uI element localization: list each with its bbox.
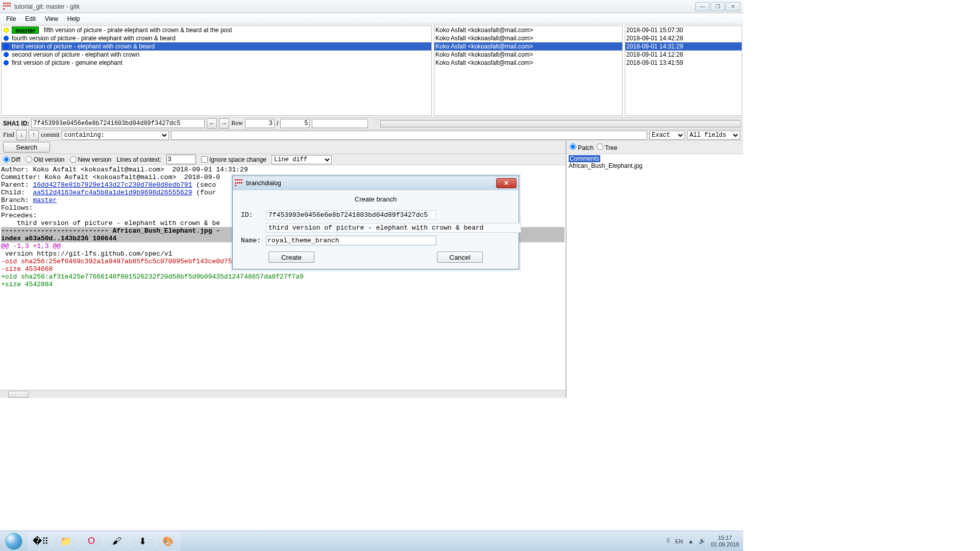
commit-row[interactable]: master fifth version of picture - pirate… xyxy=(2,26,431,34)
ignore-space-checkbox[interactable] xyxy=(201,156,208,163)
newv-radio[interactable] xyxy=(70,156,77,163)
commit-node-icon xyxy=(4,60,9,65)
find-label: Find xyxy=(3,131,14,139)
diff-h-scrollbar[interactable] xyxy=(0,390,566,398)
nav-back-button[interactable]: ← xyxy=(207,118,217,129)
branch-dialog: branchdialog ✕ Create branch ID: 7f45399… xyxy=(232,176,519,269)
patch-radio[interactable] xyxy=(570,143,576,150)
close-button[interactable]: ✕ xyxy=(726,2,740,11)
commit-node-icon xyxy=(4,44,9,49)
menu-help[interactable]: Help xyxy=(63,14,84,23)
commit-author[interactable]: Koko Asfalt <kokoasfalt@mail.com> xyxy=(434,59,622,67)
maximize-button[interactable]: ❐ xyxy=(710,2,725,11)
commit-author[interactable]: Koko Asfalt <kokoasfalt@mail.com> xyxy=(434,42,622,51)
find-next-button[interactable]: ↓ xyxy=(16,130,27,140)
diff-radio[interactable] xyxy=(3,156,10,163)
dialog-close-button[interactable]: ✕ xyxy=(496,178,517,188)
row-sep: / xyxy=(277,120,278,127)
opt-patch[interactable]: Patch xyxy=(570,143,594,152)
goto-input[interactable] xyxy=(312,119,368,128)
row-total: 5 xyxy=(280,119,310,128)
dialog-desc: third version of picture - elephant with… xyxy=(266,223,521,233)
find-mode[interactable]: commit xyxy=(41,131,60,139)
cancel-button[interactable]: Cancel xyxy=(437,252,483,263)
search-button[interactable]: Search xyxy=(3,142,50,153)
file-comments[interactable]: Comments xyxy=(569,155,600,162)
commit-node-icon xyxy=(4,36,9,41)
commit-row[interactable]: second version of picture - elephant wit… xyxy=(2,51,431,59)
diff-mode-select[interactable]: Line diff xyxy=(272,155,332,164)
menu-view[interactable]: View xyxy=(41,14,62,23)
menu-bar: File Edit View Help xyxy=(0,13,743,24)
sha-input[interactable] xyxy=(31,119,205,128)
commit-author-column[interactable]: Koko Asfalt <kokoasfalt@mail.com>Koko As… xyxy=(434,26,623,116)
commit-date[interactable]: 2018-09-01 14:12:28 xyxy=(625,51,742,59)
commit-date[interactable]: 2018-09-01 15:07:30 xyxy=(625,26,742,34)
commit-list: master fifth version of picture - pirate… xyxy=(0,24,743,117)
row-current: 3 xyxy=(245,119,275,128)
app-icon xyxy=(3,3,11,11)
window-titlebar: tutorial_git: master - gitk — ❐ ✕ xyxy=(0,0,743,13)
dialog-name-label: Name: xyxy=(239,235,263,246)
tree-radio[interactable] xyxy=(597,143,603,150)
window-title: tutorial_git: master - gitk xyxy=(14,3,695,10)
branch-name-input[interactable] xyxy=(266,236,436,245)
lines-of-context-input[interactable] xyxy=(166,155,196,164)
commit-graph-column[interactable]: master fifth version of picture - pirate… xyxy=(1,26,432,116)
commit-author[interactable]: Koko Asfalt <kokoasfalt@mail.com> xyxy=(434,34,622,42)
find-prev-button[interactable]: ↑ xyxy=(29,130,39,140)
commit-date[interactable]: 2018-09-01 14:42:28 xyxy=(625,34,742,42)
dialog-id-label: ID: xyxy=(239,209,263,221)
dialog-titlebar[interactable]: branchdialog ✕ xyxy=(233,176,519,190)
diff-options: Diff Old version New version Lines of co… xyxy=(0,154,566,165)
find-exact-select[interactable]: Exact xyxy=(649,131,685,140)
commit-node-icon xyxy=(4,28,9,33)
dialog-heading: Create branch xyxy=(238,195,513,203)
opt-old-version[interactable]: Old version xyxy=(26,156,65,163)
commit-date-column[interactable]: 2018-09-01 15:07:302018-09-01 14:42:2820… xyxy=(625,26,742,116)
find-type-select[interactable]: containing: xyxy=(62,131,169,140)
commit-row[interactable]: first version of picture - genuine eleph… xyxy=(2,59,431,67)
dialog-title: branchdialog xyxy=(246,180,281,187)
file-item[interactable]: African_Bush_Elephant.jpg xyxy=(569,162,741,169)
commit-date[interactable]: 2018-09-01 13:41:59 xyxy=(625,59,742,67)
opt-tree[interactable]: Tree xyxy=(597,143,617,152)
sha-label: SHA1 ID: xyxy=(3,120,29,127)
menu-edit[interactable]: Edit xyxy=(21,14,40,23)
file-list[interactable]: Comments African_Bush_Elephant.jpg xyxy=(567,154,743,170)
search-bar: Search xyxy=(0,141,566,154)
opt-ignore-space[interactable]: Ignore space change xyxy=(201,156,266,163)
minimize-button[interactable]: — xyxy=(695,2,709,11)
oldv-radio[interactable] xyxy=(26,156,32,163)
sha-bar: SHA1 ID: ← → Row 3 / 5 xyxy=(0,117,743,130)
find-input[interactable] xyxy=(171,131,647,140)
commit-author[interactable]: Koko Asfalt <kokoasfalt@mail.com> xyxy=(434,51,622,59)
commit-row[interactable]: fourth version of picture - pirate eleph… xyxy=(2,34,431,42)
h-scrollbar[interactable] xyxy=(372,119,740,128)
opt-new-version[interactable]: New version xyxy=(70,156,112,163)
commit-node-icon xyxy=(4,52,9,57)
find-fields-select[interactable]: All fields xyxy=(687,131,740,140)
dialog-icon xyxy=(235,179,243,187)
commit-author[interactable]: Koko Asfalt <kokoasfalt@mail.com> xyxy=(434,26,622,34)
row-label: Row xyxy=(231,119,243,127)
dialog-id-value: 7f453993e0456e6e8b7241803bd04d89f3427dc5 xyxy=(266,210,436,220)
commit-date[interactable]: 2018-09-01 14:31:29 xyxy=(625,42,742,51)
commit-row[interactable]: third version of picture - elephant with… xyxy=(2,42,431,51)
branch-label[interactable]: master xyxy=(12,27,39,34)
file-pane: Patch Tree Comments African_Bush_Elephan… xyxy=(567,141,743,398)
menu-file[interactable]: File xyxy=(2,14,20,23)
opt-diff[interactable]: Diff xyxy=(3,156,20,163)
lines-label: Lines of context: xyxy=(117,156,161,163)
nav-forward-button[interactable]: → xyxy=(219,118,229,129)
find-bar: Find ↓ ↑ commit containing: Exact All fi… xyxy=(0,130,743,141)
create-branch-button[interactable]: Create xyxy=(268,252,314,263)
